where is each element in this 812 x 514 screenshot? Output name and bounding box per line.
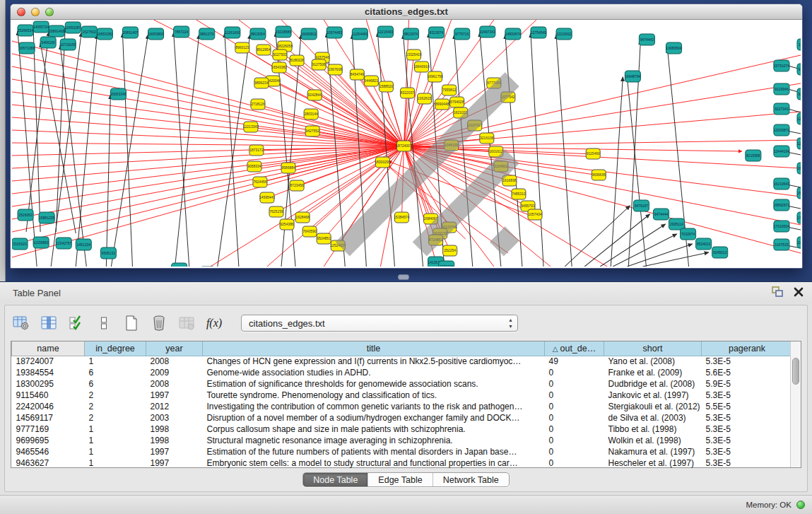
float-window-icon[interactable] bbox=[771, 286, 784, 298]
table-row[interactable]: 946362711997Embryonic stem cells: a mode… bbox=[12, 457, 793, 469]
tab-edge-table[interactable]: Edge Table bbox=[368, 473, 433, 486]
column-header-pagerank[interactable]: pagerank bbox=[702, 341, 793, 356]
tab-network-table[interactable]: Network Table bbox=[433, 473, 509, 486]
row-toggle-button[interactable] bbox=[93, 313, 114, 334]
cell-pagerank: 5.3E-5 bbox=[702, 424, 793, 435]
cell-out_degree: 49 bbox=[545, 356, 604, 367]
cell-pagerank: 5.3E-5 bbox=[702, 446, 793, 457]
cell-name: 9465546 bbox=[12, 446, 85, 457]
cell-short: Dudbridge et al. (2008) bbox=[604, 378, 702, 390]
cell-in_degree: 1 bbox=[85, 424, 146, 435]
fx-icon: f(x) bbox=[206, 317, 222, 329]
table-row[interactable]: 977716911998Corpus callosum shape and si… bbox=[12, 424, 793, 435]
select-columns-button[interactable] bbox=[66, 313, 87, 334]
cell-short: de Silva et al. (2003) bbox=[604, 412, 702, 424]
graph-node-label: 1112904 bbox=[799, 42, 801, 47]
network-canvas[interactable]: 8960123891295418226058912750381863289157… bbox=[12, 20, 801, 267]
window-titlebar[interactable]: citations_edges.txt bbox=[11, 4, 802, 20]
cell-out_degree: 0 bbox=[545, 412, 604, 424]
table-tabs: Node Table Edge Table Network Table bbox=[5, 472, 807, 487]
show-columns-button[interactable] bbox=[38, 313, 59, 334]
cell-title: Disruption of a novel member of a sodium… bbox=[203, 412, 545, 424]
cell-title: Corpus callosum shape and size in male p… bbox=[203, 424, 545, 435]
cell-out_degree: 0 bbox=[545, 367, 604, 378]
table-row[interactable]: 1830029562008Estimation of significance … bbox=[12, 378, 793, 390]
cell-short: Wolkin et al. (1998) bbox=[604, 435, 702, 446]
cell-name: 22420046 bbox=[12, 401, 85, 412]
sort-ascending-icon: △ bbox=[553, 345, 558, 353]
cell-name: 9777169 bbox=[12, 424, 85, 435]
cell-pagerank: 5.3E-5 bbox=[702, 457, 793, 469]
graph-node-label: 1733426 bbox=[440, 264, 454, 267]
cell-short: Stergiakouli et al. (2012) bbox=[604, 401, 702, 412]
column-header-out_degree[interactable]: △out_de… bbox=[545, 341, 604, 356]
cell-pagerank: 5.6E-5 bbox=[702, 367, 793, 378]
cell-title: Tourette syndrome. Phenomenology and cla… bbox=[203, 390, 545, 401]
table-row[interactable]: 1938455462009Genome-wide association stu… bbox=[12, 367, 793, 378]
cell-short: Tibbo et al. (1998) bbox=[604, 424, 702, 435]
close-window-button[interactable] bbox=[17, 8, 25, 16]
delete-table-button-disabled[interactable] bbox=[176, 313, 197, 334]
cell-pagerank: 5.9E-5 bbox=[702, 378, 793, 390]
table-row[interactable]: 911546021997Tourette syndrome. Phenomeno… bbox=[12, 390, 793, 401]
cell-name: 9463627 bbox=[12, 457, 85, 469]
cell-in_degree: 1 bbox=[85, 457, 146, 469]
column-header-in_degree[interactable]: in_degree bbox=[85, 341, 146, 356]
column-header-short[interactable]: short bbox=[604, 341, 702, 356]
cell-name: 18300295 bbox=[12, 378, 85, 390]
table-row[interactable]: 2242004622012Investigating the contribut… bbox=[12, 401, 793, 412]
cell-title: Investigating the contribution of common… bbox=[203, 401, 545, 412]
column-header-title[interactable]: title bbox=[203, 341, 545, 356]
cell-short: Hescheler et al. (1997) bbox=[604, 457, 702, 469]
cell-in_degree: 2 bbox=[85, 412, 146, 424]
close-panel-icon[interactable] bbox=[794, 287, 804, 297]
table-scrollbar[interactable] bbox=[790, 341, 801, 467]
cell-year: 2009 bbox=[146, 367, 203, 378]
table-row[interactable]: 946554611997Estimation of the future num… bbox=[12, 446, 793, 457]
create-column-button[interactable] bbox=[121, 313, 142, 334]
status-bar: Memory: OK bbox=[0, 495, 812, 514]
cytoscape-app: citations_edges.txt 89601238912954182260… bbox=[0, 0, 812, 514]
table-row[interactable]: 1456911722003Disruption of a novel membe… bbox=[12, 412, 793, 424]
cell-in_degree: 1 bbox=[85, 435, 146, 446]
table-settings-button[interactable] bbox=[11, 313, 32, 334]
tab-node-table[interactable]: Node Table bbox=[303, 473, 368, 486]
resize-grip[interactable] bbox=[12, 20, 799, 264]
table-row[interactable]: 969969511998Structural magnetic resonanc… bbox=[12, 435, 793, 446]
cell-title: Estimation of the future numbers of pati… bbox=[203, 446, 545, 457]
split-pane-handle[interactable] bbox=[398, 274, 409, 280]
cell-name: 9115460 bbox=[12, 390, 85, 401]
cell-in_degree: 6 bbox=[85, 367, 146, 378]
cell-out_degree: 0 bbox=[545, 435, 604, 446]
delete-columns-button[interactable] bbox=[148, 313, 170, 334]
minimize-window-button[interactable] bbox=[31, 8, 40, 16]
cell-title: Estimation of significance thresholds fo… bbox=[203, 378, 545, 390]
node-table: namein_degreeyeartitle△out_de…shortpager… bbox=[11, 341, 793, 469]
dropdown-stepper-icon: ▲▼ bbox=[508, 317, 513, 329]
cell-name: 19384554 bbox=[12, 367, 85, 378]
table-scrollbar-thumb[interactable] bbox=[792, 358, 799, 385]
column-header-name[interactable]: name bbox=[12, 341, 85, 356]
table-toolbar: f(x) citations_edges.txt ▲▼ bbox=[11, 311, 518, 335]
column-header-year[interactable]: year bbox=[146, 341, 203, 356]
cell-pagerank: 5.3E-5 bbox=[702, 356, 793, 367]
table-row[interactable]: 1872400712008Changes of HCN gene express… bbox=[12, 356, 793, 367]
cell-out_degree: 0 bbox=[545, 457, 604, 469]
zoom-window-button[interactable] bbox=[45, 8, 54, 16]
cell-name: 18724007 bbox=[12, 356, 85, 367]
cell-short: Yano et al. (2008) bbox=[604, 356, 702, 367]
cell-year: 1997 bbox=[146, 390, 203, 401]
cell-year: 2008 bbox=[146, 356, 203, 367]
table-panel-body: f(x) citations_edges.txt ▲▼ namein_degre… bbox=[4, 305, 808, 492]
cell-in_degree: 1 bbox=[85, 446, 146, 457]
table-selector-dropdown[interactable]: citations_edges.txt ▲▼ bbox=[241, 315, 518, 332]
memory-status-indicator bbox=[796, 501, 805, 509]
cell-short: Nakamura et al. (1997) bbox=[604, 446, 702, 457]
cell-out_degree: 0 bbox=[545, 401, 604, 412]
function-builder-button[interactable]: f(x) bbox=[204, 313, 225, 334]
cell-out_degree: 0 bbox=[545, 424, 604, 435]
cell-title: Changes of HCN gene expression and I(f) … bbox=[203, 356, 545, 367]
cell-title: Genome-wide association studies in ADHD. bbox=[203, 367, 545, 378]
cell-in_degree: 1 bbox=[85, 356, 146, 367]
cell-title: Embryonic stem cells: a model to study s… bbox=[203, 457, 545, 469]
